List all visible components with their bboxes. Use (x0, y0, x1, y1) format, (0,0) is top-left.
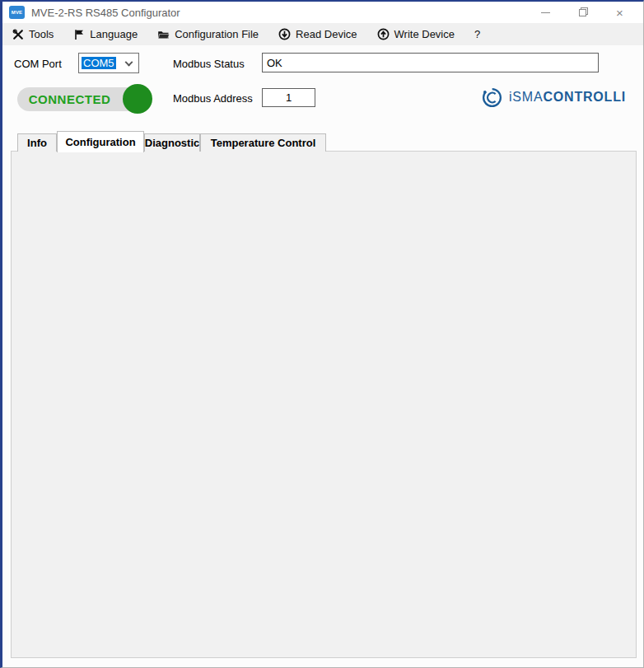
modbus-address-label: Modbus Address (173, 92, 253, 105)
tab-configuration[interactable]: Configuration (57, 131, 144, 152)
menu-language-label: Language (90, 28, 138, 40)
menu-help[interactable]: ? (474, 28, 480, 40)
folder-icon (157, 29, 170, 40)
menu-write-device[interactable]: Write Device (377, 28, 455, 40)
circle-up-arrow-icon (377, 28, 390, 40)
isma-controlli-logo: iSMACONTROLLI (481, 86, 626, 109)
com-port-select[interactable]: COM5 (78, 53, 139, 73)
modbus-status-field[interactable]: OK (262, 53, 599, 72)
close-icon: × (616, 7, 623, 19)
modbus-status-label: Modbus Status (173, 58, 245, 70)
tools-icon (12, 29, 24, 40)
tab-diagnostic[interactable]: Diagnostic (144, 133, 200, 152)
title-bar: MVE MVE-2-RS RS485 Configurator × (2, 2, 643, 23)
circle-down-arrow-icon (278, 28, 291, 40)
menu-write-device-label: Write Device (394, 28, 455, 40)
minimize-button[interactable] (527, 2, 564, 23)
window-title: MVE-2-RS RS485 Configurator (31, 7, 180, 19)
modbus-address-field[interactable]: 1 (262, 88, 315, 107)
chevron-down-icon (125, 58, 133, 66)
menu-configuration-file-label: Configuration File (175, 28, 259, 40)
isma-logo-icon (481, 86, 503, 109)
menu-help-label: ? (474, 28, 480, 40)
com-port-value: COM5 (82, 57, 116, 69)
menu-read-device-label: Read Device (296, 28, 357, 40)
restore-button[interactable] (564, 2, 601, 23)
menu-tools-label: Tools (29, 28, 54, 40)
close-button[interactable]: × (601, 2, 638, 23)
menu-language[interactable]: Language (73, 28, 138, 40)
tab-temperature-control[interactable]: Temperature Control (200, 133, 326, 152)
restore-icon (579, 9, 586, 16)
menu-tools[interactable]: Tools (12, 28, 54, 40)
configuration-tab-panel (11, 151, 637, 658)
menu-read-device[interactable]: Read Device (278, 28, 357, 40)
com-port-label: COM Port (14, 58, 62, 70)
minimize-icon (541, 12, 550, 13)
brand-bold: CONTROLLI (543, 90, 626, 104)
tab-info[interactable]: Info (17, 133, 57, 152)
menu-bar: Tools Language Configuration File Read D… (2, 23, 643, 45)
menu-configuration-file[interactable]: Configuration File (157, 28, 259, 40)
connection-status-dot (123, 84, 152, 114)
brand-light: iSMA (509, 90, 543, 104)
flag-icon (73, 29, 85, 40)
app-icon: MVE (9, 6, 25, 19)
app-window: MVE MVE-2-RS RS485 Configurator × Tools … (0, 0, 644, 668)
